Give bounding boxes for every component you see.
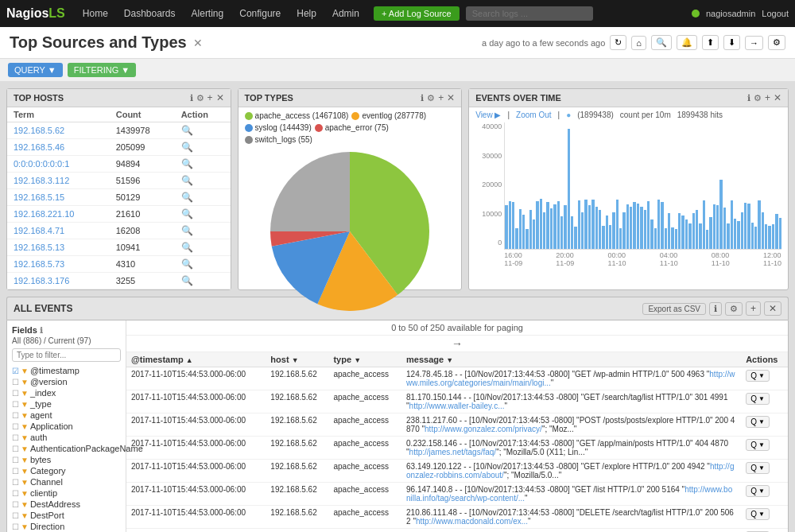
- events-add-button[interactable]: +: [765, 92, 770, 103]
- filtering-button[interactable]: FILTERING ▼: [68, 63, 137, 77]
- chart-bar: [609, 225, 611, 249]
- all-events-info-button[interactable]: ℹ: [709, 302, 722, 316]
- export-csv-button[interactable]: Export as CSV: [642, 303, 706, 315]
- event-actions[interactable]: Q ▼: [741, 414, 788, 437]
- next-page-button[interactable]: →: [452, 337, 463, 350]
- host-action[interactable]: 🔍: [175, 173, 231, 189]
- chart-bar: [696, 210, 698, 249]
- action-button[interactable]: Q ▼: [746, 462, 770, 474]
- top-hosts-close-button[interactable]: ✕: [216, 92, 224, 103]
- search-button[interactable]: 🔍: [651, 35, 672, 50]
- event-host: 192.168.5.62: [266, 529, 328, 533]
- field-item[interactable]: ☐▼Application: [12, 421, 121, 432]
- home-button[interactable]: ⌂: [631, 36, 646, 50]
- host-action[interactable]: 🔍: [175, 139, 231, 156]
- top-hosts-panel: TOP HOSTS ℹ ⚙ + ✕ Term Count Action 192.…: [6, 88, 231, 290]
- legend-item: syslog (144439): [245, 123, 312, 132]
- chart-bar: [519, 209, 522, 249]
- events-info-button[interactable]: ℹ: [747, 92, 750, 103]
- host-action[interactable]: 🔍: [175, 273, 231, 289]
- events-close-button[interactable]: ✕: [774, 92, 781, 103]
- event-actions[interactable]: Q ▼: [741, 529, 788, 533]
- event-actions[interactable]: Q ▼: [741, 460, 788, 483]
- nav-item-home[interactable]: Home: [75, 0, 116, 27]
- field-item[interactable]: ☐▼_index: [12, 387, 121, 398]
- fields-filter-input[interactable]: [12, 348, 121, 362]
- all-events-controls: Export as CSV ℹ ⚙ + ✕: [642, 301, 781, 316]
- host-action[interactable]: 🔍: [175, 239, 231, 256]
- top-hosts-settings-button[interactable]: ⚙: [196, 92, 204, 103]
- top-types-add-button[interactable]: +: [438, 92, 444, 103]
- host-action[interactable]: 🔍: [175, 156, 231, 173]
- field-item[interactable]: ☐▼Channel: [12, 476, 121, 487]
- field-item[interactable]: ☐▼DestAddress: [12, 499, 121, 510]
- legend-item: apache_error (75): [315, 123, 389, 132]
- paging-info: 0 to 50 of 250 available for paging: [126, 320, 788, 336]
- col-host[interactable]: host ▼: [266, 352, 328, 367]
- query-button[interactable]: QUERY ▼: [8, 63, 63, 77]
- all-events-add-button[interactable]: +: [746, 301, 761, 316]
- field-item[interactable]: ☐▼AuthenticationPackageName: [12, 443, 121, 454]
- add-log-source-button[interactable]: + Add Log Source: [374, 6, 460, 21]
- host-action[interactable]: 🔍: [175, 256, 231, 273]
- top-types-close-button[interactable]: ✕: [447, 92, 455, 103]
- nav-item-dashboards[interactable]: Dashboards: [116, 0, 184, 27]
- all-events-close-button[interactable]: ✕: [764, 301, 781, 316]
- col-message[interactable]: message ▼: [401, 352, 741, 367]
- field-item[interactable]: ☐▼_type: [12, 398, 121, 410]
- field-item[interactable]: ☐▼DestPort: [12, 510, 121, 521]
- host-count: 16208: [110, 223, 175, 239]
- field-item[interactable]: ☐▼auth: [12, 432, 121, 443]
- field-item[interactable]: ☑▼@timestamp: [12, 365, 121, 376]
- field-item[interactable]: ☐▼Category: [12, 465, 121, 476]
- event-type: apache_access: [328, 437, 401, 460]
- host-action[interactable]: 🔍: [175, 206, 231, 223]
- field-item[interactable]: ☐▼bytes: [12, 454, 121, 465]
- action-button[interactable]: Q ▼: [746, 439, 770, 451]
- host-action[interactable]: 🔍: [175, 189, 231, 206]
- host-action[interactable]: 🔍: [175, 223, 231, 239]
- top-types-settings-button[interactable]: ⚙: [427, 92, 435, 103]
- field-item[interactable]: ☐▼clientip: [12, 487, 121, 499]
- view-control[interactable]: View ▶: [475, 111, 501, 119]
- action-button[interactable]: Q ▼: [746, 508, 770, 520]
- event-actions[interactable]: Q ▼: [741, 367, 788, 390]
- all-events-settings-button[interactable]: ⚙: [725, 302, 743, 316]
- table-row: 2017-11- 192.168.5.62 apache_access 147.…: [126, 529, 788, 533]
- action-button[interactable]: Q ▼: [746, 393, 770, 405]
- nav-item-configure[interactable]: Configure: [231, 0, 289, 27]
- top-hosts-add-button[interactable]: +: [207, 92, 213, 103]
- event-actions[interactable]: Q ▼: [741, 506, 788, 529]
- top-hosts-info-button[interactable]: ℹ: [190, 92, 193, 103]
- field-item[interactable]: ☐▼@version: [12, 376, 121, 387]
- action-button[interactable]: Q ▼: [746, 416, 770, 428]
- export-button[interactable]: ⬇: [723, 35, 740, 50]
- nav-item-help[interactable]: Help: [289, 0, 324, 27]
- event-actions[interactable]: Q ▼: [741, 483, 788, 506]
- col-type[interactable]: type ▼: [328, 352, 401, 367]
- settings-button[interactable]: ⚙: [768, 35, 785, 50]
- search-input[interactable]: [466, 6, 593, 21]
- events-over-time-panel: EVENTS OVER TIME ℹ ⚙ + ✕ View ▶ | Zoom O…: [468, 88, 789, 290]
- share-button[interactable]: ⬆: [702, 35, 719, 50]
- field-item[interactable]: ☐▼Direction: [12, 521, 121, 532]
- forward-button[interactable]: →: [745, 36, 763, 50]
- top-types-info-button[interactable]: ℹ: [421, 92, 424, 103]
- nav-item-alerting[interactable]: Alerting: [184, 0, 232, 27]
- legend-item: switch_logs (55): [245, 135, 312, 144]
- field-item[interactable]: ☐▼agent: [12, 410, 121, 421]
- refresh-button[interactable]: ↻: [610, 35, 626, 50]
- nav-item-admin[interactable]: Admin: [324, 0, 367, 27]
- close-page-button[interactable]: ✕: [193, 37, 203, 49]
- action-button[interactable]: Q ▼: [746, 370, 770, 382]
- alert-button[interactable]: 🔔: [677, 35, 697, 50]
- col-timestamp[interactable]: @timestamp ▲: [126, 352, 266, 367]
- action-button[interactable]: Q ▼: [746, 485, 770, 497]
- events-settings-button[interactable]: ⚙: [754, 92, 762, 103]
- event-actions[interactable]: Q ▼: [741, 437, 788, 460]
- nav-user[interactable]: nagiosadmin: [706, 9, 755, 18]
- zoom-out-control[interactable]: Zoom Out: [516, 111, 551, 119]
- host-action[interactable]: 🔍: [175, 122, 231, 139]
- nav-logout[interactable]: Logout: [762, 9, 789, 18]
- event-actions[interactable]: Q ▼: [741, 390, 788, 414]
